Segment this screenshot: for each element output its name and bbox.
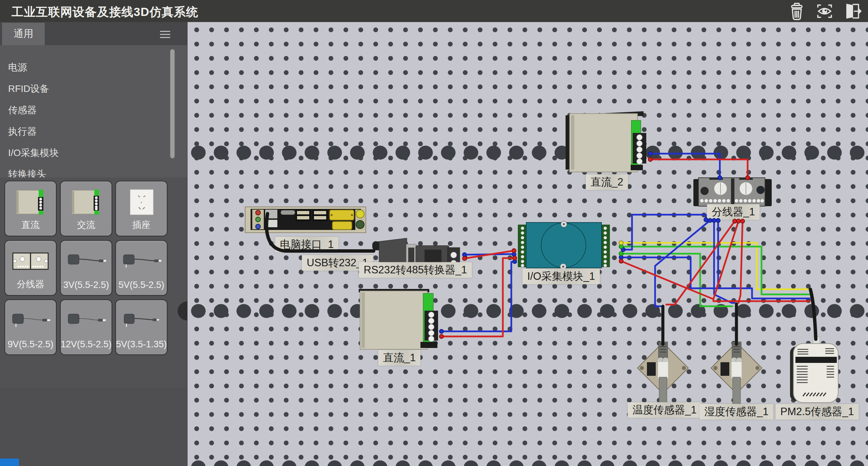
power-adapter-thumb bbox=[116, 244, 167, 280]
device-humidity-sensor[interactable] bbox=[711, 342, 762, 409]
category-io-module[interactable]: I/O采集模块 bbox=[0, 143, 184, 163]
preview-eye-icon[interactable] bbox=[815, 2, 834, 21]
device-io-acquisition-module[interactable] bbox=[518, 221, 610, 270]
device-computer-interface[interactable] bbox=[245, 207, 367, 233]
socket-thumb bbox=[116, 184, 167, 221]
device-label: I/O采集模块_1 bbox=[522, 269, 600, 284]
power-adapter-thumb bbox=[5, 303, 56, 339]
palette-grid: 直流 交流 插座 分线器 3V(5.5-2.5) bbox=[0, 177, 187, 388]
category-sensor[interactable]: 传感器 bbox=[0, 100, 184, 120]
dc-power-thumb bbox=[5, 184, 56, 221]
palette-item-5v-adapter[interactable]: 5V(5.5-2.5) bbox=[115, 240, 167, 296]
device-dc-power-1[interactable] bbox=[359, 289, 438, 349]
palette-item-9v-adapter[interactable]: 9V(5.5-2.5) bbox=[4, 299, 57, 355]
palette-item-socket[interactable]: 插座 bbox=[115, 181, 167, 236]
menu-icon[interactable] bbox=[160, 31, 170, 38]
device-label: 直流_1 bbox=[378, 350, 420, 366]
device-pm25-sensor[interactable] bbox=[790, 337, 838, 403]
tab-general[interactable]: 通用 bbox=[2, 23, 45, 45]
device-label: 分线器_1 bbox=[707, 204, 760, 220]
title-bar: 工业互联网设备及接线3D仿真系统 bbox=[0, 0, 868, 22]
palette-item-splitter[interactable]: 分线器 bbox=[4, 240, 57, 296]
device-label: RS232转485转换器_1 bbox=[359, 262, 472, 278]
device-label: PM2.5传感器_1 bbox=[775, 404, 859, 420]
device-wire-splitter[interactable] bbox=[693, 178, 772, 206]
splitter-thumb bbox=[5, 244, 56, 280]
category-power[interactable]: 电源 bbox=[0, 58, 184, 77]
power-adapter-thumb bbox=[61, 244, 112, 280]
category-scrollbar[interactable] bbox=[170, 49, 175, 158]
device-palette-panel: 通用 电源 RFID设备 传感器 执行器 I/O采集模块 转换接头 直流 交流 bbox=[0, 22, 188, 466]
header-toolbar bbox=[787, 2, 862, 21]
canvas-viewport[interactable]: 电脑接口_1 USB转232_1 RS232转485转换器_1 I/O采集模块_… bbox=[187, 22, 868, 466]
ac-power-thumb bbox=[61, 184, 112, 221]
palette-item-12v-adapter[interactable]: 12V(5.5-2.5) bbox=[60, 299, 112, 355]
palette-item-3v-adapter[interactable]: 3V(5.5-2.5) bbox=[60, 240, 112, 296]
palette-item-ac[interactable]: 交流 bbox=[60, 181, 112, 236]
device-label: 湿度传感器_1 bbox=[699, 404, 773, 420]
category-actuator[interactable]: 执行器 bbox=[0, 122, 184, 141]
device-label: 电脑接口_1 bbox=[275, 237, 338, 252]
palette-item-5v-small-adapter[interactable]: 5V(3.5-1.35) bbox=[115, 299, 167, 355]
category-list: 电源 RFID设备 传感器 执行器 I/O采集模块 转换接头 bbox=[0, 45, 187, 177]
power-adapter-thumb bbox=[116, 303, 167, 339]
trash-icon[interactable] bbox=[787, 2, 806, 21]
bottom-left-accent bbox=[0, 459, 19, 466]
device-dc-power-2[interactable] bbox=[566, 111, 646, 172]
app-title: 工业互联网设备及接线3D仿真系统 bbox=[12, 4, 198, 20]
power-adapter-thumb bbox=[61, 303, 112, 339]
palette-item-dc[interactable]: 直流 bbox=[4, 181, 57, 236]
device-label: 直流_2 bbox=[586, 174, 628, 190]
palette-tabbar: 通用 bbox=[0, 22, 187, 45]
device-label: 温度传感器_1 bbox=[628, 402, 701, 418]
device-temperature-sensor[interactable] bbox=[637, 342, 688, 409]
category-rfid[interactable]: RFID设备 bbox=[0, 79, 184, 99]
exit-icon[interactable] bbox=[843, 2, 862, 21]
